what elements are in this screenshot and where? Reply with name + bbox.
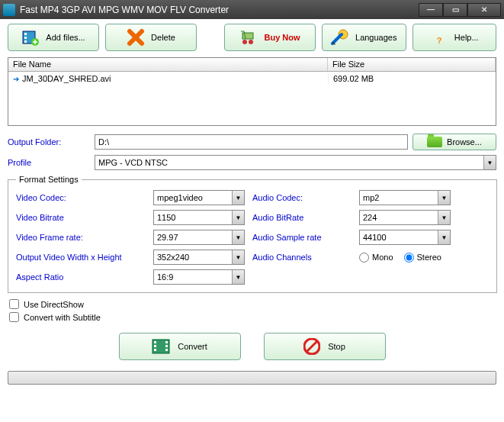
delete-x-icon: [127, 28, 145, 47]
help-icon: ?: [430, 28, 448, 47]
svg-rect-12: [154, 345, 156, 347]
add-files-label: Add files...: [46, 33, 85, 42]
progress-bar: [8, 371, 496, 385]
video-codec-label: Video Codec:: [16, 193, 153, 202]
video-codec-select[interactable]: mpeg1video▼: [153, 190, 245, 205]
svg-rect-16: [165, 349, 168, 351]
file-arrow-icon: ➔: [13, 75, 19, 83]
help-button[interactable]: ? Help...: [413, 24, 497, 51]
stop-label: Stop: [328, 342, 345, 351]
chevron-down-icon: ▼: [232, 211, 244, 224]
svg-rect-5: [242, 33, 253, 39]
buy-now-button[interactable]: Buy Now: [224, 24, 316, 51]
output-folder-input[interactable]: [95, 134, 408, 150]
audio-codec-label: Audio Codec:: [252, 193, 359, 202]
cart-icon: [239, 28, 258, 47]
audio-sample-label: Audio Sample rate: [252, 233, 359, 242]
profile-value: MPG - VCD NTSC: [98, 158, 168, 167]
close-button[interactable]: ✕: [467, 3, 501, 17]
app-icon: [3, 4, 15, 16]
svg-rect-3: [24, 40, 27, 43]
languages-button[interactable]: Languages: [322, 24, 406, 51]
svg-rect-15: [165, 345, 168, 347]
film-add-icon: [21, 28, 40, 47]
profile-label: Profile: [8, 158, 90, 167]
convert-label: Convert: [178, 342, 207, 351]
pen-globe-icon: [331, 28, 349, 47]
minimize-button[interactable]: —: [419, 3, 443, 17]
svg-point-7: [249, 40, 253, 44]
file-size-cell: 699.02 MB: [328, 73, 496, 84]
chevron-down-icon: ▼: [232, 250, 244, 264]
svg-line-18: [307, 341, 317, 352]
svg-rect-11: [154, 341, 156, 343]
film-icon: [152, 339, 170, 354]
buy-now-label: Buy Now: [264, 33, 300, 42]
maximize-button[interactable]: ▭: [443, 3, 467, 17]
svg-rect-1: [24, 33, 27, 35]
subtitle-label: Convert with Subtitle: [24, 313, 101, 322]
video-bitrate-label: Video Bitrate: [16, 213, 153, 222]
svg-text:?: ?: [436, 36, 441, 45]
audio-codec-select[interactable]: mp2▼: [359, 190, 451, 205]
video-size-label: Output Video Width x Height: [16, 253, 153, 262]
chevron-down-icon: ▼: [232, 230, 244, 244]
aspect-ratio-label: Aspect Ratio: [16, 272, 153, 282]
profile-select[interactable]: MPG - VCD NTSC ▼: [95, 155, 496, 170]
svg-rect-13: [154, 349, 156, 351]
output-folder-label: Output Folder:: [8, 137, 90, 147]
chevron-down-icon: ▼: [232, 270, 244, 284]
convert-button[interactable]: Convert: [119, 333, 241, 360]
file-name-cell: JM_30DAY_SHRED.avi: [22, 74, 111, 83]
languages-label: Languages: [355, 33, 396, 42]
directshow-checkbox[interactable]: [9, 299, 19, 309]
audio-channels-label: Audio Channels: [252, 253, 359, 262]
col-filename[interactable]: File Name: [8, 58, 328, 71]
window-title: Fast MP4 3GP AVI MPG WMV MOV FLV Convert…: [20, 5, 419, 15]
stop-button[interactable]: Stop: [264, 333, 386, 360]
stereo-radio[interactable]: Stereo: [404, 253, 441, 263]
chevron-down-icon: ▼: [483, 156, 496, 169]
audio-bitrate-select[interactable]: 224▼: [359, 210, 451, 225]
file-list[interactable]: File Name File Size ➔ JM_30DAY_SHRED.avi…: [8, 57, 496, 126]
file-list-header: File Name File Size: [8, 58, 496, 72]
folder-icon: [427, 137, 442, 147]
aspect-ratio-select[interactable]: 16:9▼: [153, 269, 245, 285]
col-filesize[interactable]: File Size: [328, 58, 496, 71]
file-row[interactable]: ➔ JM_30DAY_SHRED.avi 699.02 MB: [8, 72, 496, 85]
format-legend: Format Settings: [16, 175, 82, 184]
audio-sample-select[interactable]: 44100▼: [359, 230, 451, 245]
titlebar: Fast MP4 3GP AVI MPG WMV MOV FLV Convert…: [0, 0, 504, 19]
stop-icon: [303, 338, 320, 355]
chevron-down-icon: ▼: [232, 191, 244, 205]
chevron-down-icon: ▼: [438, 230, 450, 244]
directshow-label: Use DirectShow: [24, 300, 84, 309]
video-framerate-label: Video Frame rate:: [16, 233, 153, 242]
delete-label: Delete: [151, 33, 175, 42]
delete-button[interactable]: Delete: [105, 24, 197, 51]
video-bitrate-select[interactable]: 1150▼: [153, 210, 245, 225]
audio-bitrate-label: Audio BitRate: [252, 213, 359, 222]
mono-radio[interactable]: Mono: [359, 253, 393, 263]
help-label: Help...: [454, 33, 479, 42]
svg-point-6: [242, 40, 247, 44]
chevron-down-icon: ▼: [438, 211, 450, 224]
video-framerate-select[interactable]: 29.97▼: [153, 230, 245, 245]
svg-rect-2: [24, 37, 27, 39]
toolbar: Add files... Delete Buy Now Languages ? …: [8, 24, 496, 51]
browse-button[interactable]: Browse...: [413, 134, 496, 150]
format-settings-group: Format Settings Video Codec: mpeg1video▼…: [8, 175, 497, 293]
svg-rect-14: [165, 341, 168, 343]
subtitle-checkbox[interactable]: [9, 312, 19, 322]
chevron-down-icon: ▼: [438, 191, 450, 205]
video-size-select[interactable]: 352x240▼: [153, 250, 245, 265]
add-files-button[interactable]: Add files...: [8, 24, 99, 51]
browse-label: Browse...: [447, 137, 482, 147]
